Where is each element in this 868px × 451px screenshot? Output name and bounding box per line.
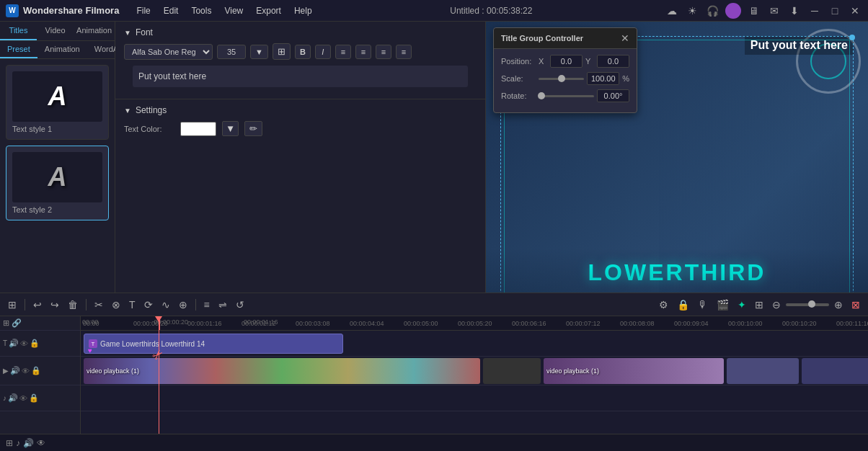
tl-zoom-slider[interactable]: [786, 303, 829, 306]
track-3-lock-btn[interactable]: 🔒: [29, 393, 39, 403]
tab-animation[interactable]: Animation: [74, 22, 115, 40]
tl-expand-btn[interactable]: ⊞: [751, 297, 767, 313]
minimize-icon[interactable]: ─: [807, 4, 822, 18]
track-1-lock-btn[interactable]: 🔒: [30, 339, 40, 348]
font-family-select[interactable]: Alfa Sab One Reg: [124, 44, 213, 60]
font-size-dropdown[interactable]: ▼: [250, 45, 268, 59]
italic-button[interactable]: I: [315, 45, 331, 59]
tl-delete-btn[interactable]: 🗑: [64, 297, 81, 313]
video-clip-1[interactable]: video playback (1): [84, 358, 480, 384]
track-link-btn[interactable]: 🔗: [12, 318, 22, 328]
handle-tr[interactable]: [849, 35, 855, 40]
track-1-eye-btn[interactable]: 👁: [20, 339, 28, 348]
download-icon[interactable]: ⬇: [787, 4, 802, 18]
tl-add-btn[interactable]: ⊕: [175, 297, 191, 313]
menu-tools[interactable]: Tools: [185, 4, 217, 17]
tl-split-btn[interactable]: ⊗: [108, 297, 124, 313]
subtab-animation[interactable]: Animation: [37, 41, 87, 58]
tab-video[interactable]: Video: [37, 22, 74, 40]
playhead-arrow: [155, 316, 162, 322]
tgc-scale-thumb[interactable]: [558, 75, 565, 82]
track-2-vol-btn[interactable]: 🔊: [10, 366, 20, 375]
subtab-preset[interactable]: Preset: [0, 41, 37, 58]
title-clip[interactable]: T Game Lowerthirds Lowerthird 14: [84, 334, 343, 354]
tgc-rotate-input[interactable]: [597, 89, 629, 102]
tl-zoom-out-btn[interactable]: ⊖: [769, 297, 784, 313]
menu-file[interactable]: File: [130, 4, 156, 17]
bottom-track-btn-4[interactable]: 👁: [37, 438, 45, 448]
bottom-track-btn-1[interactable]: ⊞: [6, 438, 13, 448]
track-expand-btn[interactable]: ⊞: [3, 318, 9, 328]
align-center-button[interactable]: ≡: [355, 45, 371, 59]
font-size-input[interactable]: [217, 45, 246, 59]
mail-icon[interactable]: ✉: [767, 4, 781, 18]
settings-section-label: Settings: [136, 105, 167, 115]
menu-export[interactable]: Export: [250, 4, 287, 17]
tl-zoom-in-btn[interactable]: ⊕: [831, 297, 846, 313]
tgc-rotate-thumb[interactable]: [538, 92, 545, 99]
track-2-eye-btn[interactable]: 👁: [22, 367, 30, 375]
settings-section-header[interactable]: ▼ Settings: [124, 105, 477, 115]
tgc-y-input[interactable]: [597, 55, 629, 68]
tl-clip-btn[interactable]: 🎬: [713, 297, 732, 313]
video-clip-5[interactable]: [802, 358, 868, 384]
headset-icon[interactable]: 🎧: [705, 4, 719, 18]
menu-edit[interactable]: Edit: [158, 4, 185, 17]
tgc-x-input[interactable]: [550, 55, 583, 68]
video-clip-2[interactable]: [483, 358, 541, 384]
tab-titles[interactable]: Titles: [0, 22, 37, 40]
tl-lock-btn[interactable]: 🔒: [673, 297, 693, 313]
user-avatar[interactable]: [725, 3, 741, 19]
tl-more-btn[interactable]: ⊠: [848, 297, 864, 313]
tl-swap-btn[interactable]: ⇌: [215, 297, 231, 313]
bold-button[interactable]: B: [295, 45, 311, 59]
menu-view[interactable]: View: [218, 4, 249, 17]
track-2-lock-btn[interactable]: 🔒: [31, 366, 41, 375]
align-justify-button[interactable]: ≡: [396, 45, 412, 59]
tl-zoom-thumb[interactable]: [808, 300, 815, 308]
timeline-ruler: 00:00 00:00:00:20 00:00:01:16: [81, 316, 868, 331]
tl-text-btn[interactable]: T: [125, 297, 139, 313]
close-window-icon[interactable]: ✕: [848, 4, 862, 18]
eyedropper-button[interactable]: ✏: [244, 121, 262, 136]
align-left-button[interactable]: ≡: [335, 45, 351, 59]
tl-redo-btn[interactable]: ↪: [47, 297, 63, 313]
tl-menu-btn[interactable]: ≡: [200, 297, 213, 313]
bottom-track-btn-3[interactable]: 🔊: [23, 438, 34, 448]
tl-grid-btn[interactable]: ⊞: [4, 297, 20, 313]
tl-sep-1: [25, 299, 25, 311]
tl-settings-btn[interactable]: ⚙: [655, 297, 672, 313]
video-clip-4[interactable]: [727, 358, 799, 384]
text-preview-area[interactable]: Put yout text here: [133, 66, 468, 87]
track-3-vol-btn[interactable]: 🔊: [8, 393, 18, 403]
video-clip-3[interactable]: video playback (1): [544, 358, 724, 384]
tgc-scale-input[interactable]: [587, 72, 619, 85]
tl-connect-btn[interactable]: ✦: [734, 297, 750, 313]
menu-help[interactable]: Help: [288, 4, 318, 17]
screen-icon[interactable]: 🖥: [747, 4, 761, 18]
settings-arrow-icon: ▼: [124, 107, 131, 115]
tl-cut-btn[interactable]: ✂: [91, 297, 107, 313]
track-1-vol-btn[interactable]: 🔊: [9, 339, 19, 348]
tgc-scale-slider[interactable]: [539, 78, 584, 80]
color-picker-dropdown[interactable]: ▼: [222, 121, 239, 136]
tl-mic-btn[interactable]: 🎙: [694, 297, 712, 313]
tl-rotate-btn[interactable]: ⟳: [141, 297, 156, 313]
font-spacing-btn[interactable]: ⊞: [273, 43, 291, 60]
tl-effect-btn[interactable]: ∿: [158, 297, 174, 313]
title-bar: Untitled : 00:05:38:22: [329, 6, 653, 16]
style-item-1[interactable]: A Text style 1: [6, 65, 109, 140]
bottom-track-btn-2[interactable]: ♪: [16, 438, 20, 448]
align-right-button[interactable]: ≡: [376, 45, 391, 59]
cloud-icon[interactable]: ☁: [665, 4, 679, 18]
color-picker[interactable]: [180, 122, 216, 136]
tgc-rotate-slider[interactable]: [539, 95, 594, 97]
tgc-close-button[interactable]: ✕: [621, 32, 629, 44]
tl-undo-btn[interactable]: ↩: [30, 297, 45, 313]
track-3-eye-btn[interactable]: 👁: [19, 394, 27, 403]
sun-icon[interactable]: ☀: [685, 4, 699, 18]
font-section-header[interactable]: ▼ Font: [124, 27, 477, 37]
tl-history-btn[interactable]: ↺: [232, 297, 248, 313]
style-item-2[interactable]: A Text style 2: [6, 146, 109, 220]
maximize-icon[interactable]: □: [828, 4, 842, 18]
